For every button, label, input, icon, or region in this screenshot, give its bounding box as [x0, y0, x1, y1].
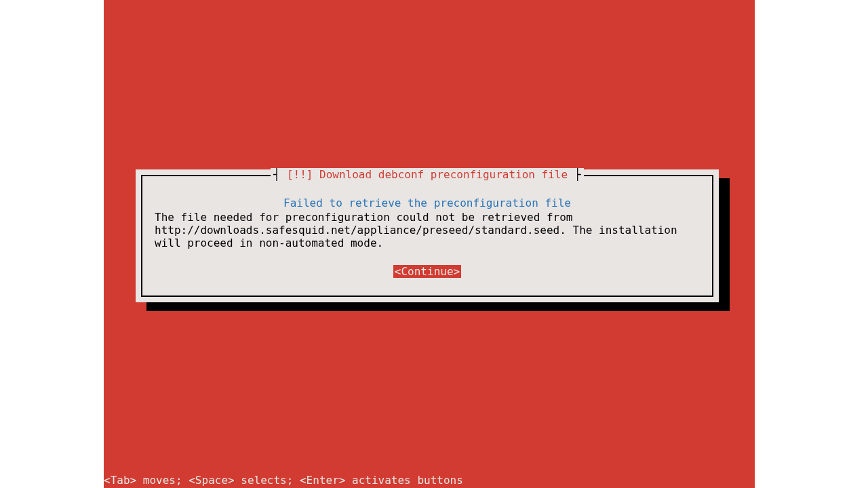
title-prefix: [!!]	[287, 168, 313, 181]
dialog-box: ┤[!!] Download debconf preconfiguration …	[136, 169, 719, 302]
continue-button[interactable]: <Continue>	[393, 265, 461, 278]
title-text: Download debconf preconfiguration file	[319, 168, 568, 181]
dialog-border: ┤[!!] Download debconf preconfiguration …	[141, 175, 713, 297]
title-bracket-right: ├	[572, 168, 584, 181]
error-heading: Failed to retrieve the preconfiguration …	[149, 197, 705, 209]
button-row: <Continue>	[149, 265, 705, 278]
title-bracket-left: ┤	[271, 168, 283, 181]
dialog-title-wrap: ┤[!!] Download debconf preconfiguration …	[142, 168, 712, 181]
dialog-title: [!!] Download debconf preconfiguration f…	[283, 168, 572, 181]
error-message: The file needed for preconfiguration cou…	[149, 211, 705, 250]
status-bar: <Tab> moves; <Space> selects; <Enter> ac…	[104, 472, 755, 488]
